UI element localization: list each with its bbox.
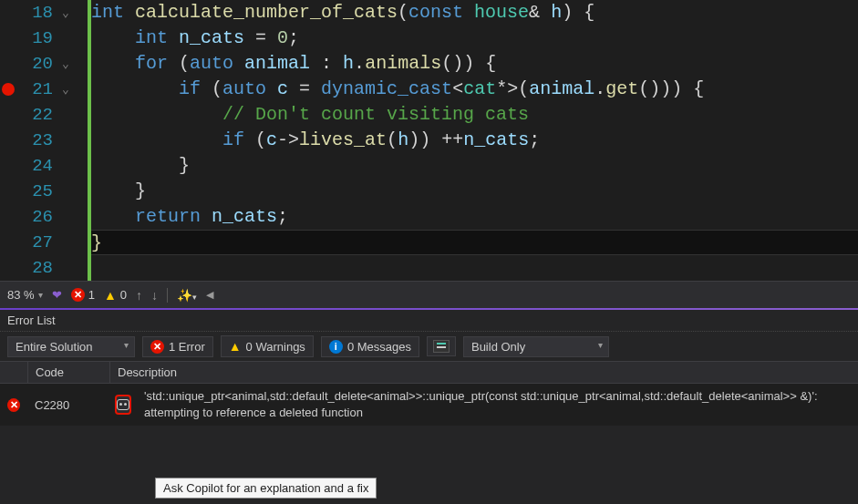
editor-statusbar: 83 % ▾ ❤ ✕ 1 ▲ 0 ↑ ↓ ✨▾ ◀ (0, 281, 858, 308)
code-line[interactable] (91, 255, 858, 281)
warnings-filter-button[interactable]: ▲ 0 Warnings (221, 335, 314, 357)
line-number: 25 (16, 179, 53, 204)
zoom-value: 83 % (7, 288, 35, 302)
line-number-gutter: 1819202122232425262728 (16, 0, 62, 281)
code-editor[interactable]: 1819202122232425262728 ⌄⌄⌄ int calculate… (0, 0, 858, 281)
warning-icon: ▲ (229, 339, 242, 354)
line-number: 28 (16, 255, 53, 281)
nav-up-icon[interactable]: ↑ (136, 288, 142, 303)
fold-toggle-icon[interactable]: ⌄ (62, 77, 88, 102)
line-number: 27 (16, 230, 53, 255)
line-number: 22 (16, 102, 53, 128)
line-number: 18 (16, 0, 53, 26)
code-line[interactable]: return n_cats; (91, 204, 858, 230)
panel-title: Error List (0, 310, 858, 332)
fold-spacer (62, 255, 88, 281)
fold-spacer (62, 179, 88, 204)
nav-down-icon[interactable]: ↓ (151, 288, 158, 303)
code-line[interactable]: for (auto animal : h.animals()) { (91, 51, 858, 77)
code-line[interactable]: } (91, 153, 858, 179)
fold-spacer (62, 26, 88, 51)
health-icon[interactable]: ❤ (52, 288, 62, 302)
error-row[interactable]: ✕ C2280 'std::unique_ptr<animal,std::def… (0, 384, 858, 426)
options-icon (433, 340, 450, 353)
fold-spacer (62, 153, 88, 179)
separator (167, 288, 168, 303)
error-icon: ✕ (71, 288, 85, 302)
zoom-level[interactable]: 83 % ▾ (7, 288, 43, 302)
code-line[interactable]: } (91, 179, 858, 204)
options-button[interactable] (427, 336, 456, 356)
wand-icon[interactable]: ✨▾ (177, 288, 197, 303)
warning-icon: ▲ (104, 288, 117, 303)
line-number: 24 (16, 153, 53, 179)
messages-filter-button[interactable]: i 0 Messages (321, 336, 419, 357)
fold-spacer (62, 102, 88, 128)
chevron-down-icon: ▾ (38, 290, 43, 300)
fold-column: ⌄⌄⌄ (62, 0, 88, 281)
fold-toggle-icon[interactable]: ⌄ (62, 51, 88, 77)
fold-spacer (62, 204, 88, 230)
code-line[interactable]: // Don't count visiting cats (91, 102, 858, 128)
error-count[interactable]: ✕ 1 (71, 288, 95, 302)
errors-filter-button[interactable]: ✕ 1 Error (142, 336, 213, 357)
code-line[interactable]: int n_cats = 0; (91, 26, 858, 51)
error-description: 'std::unique_ptr<animal,std::default_del… (137, 385, 858, 425)
line-number: 19 (16, 26, 53, 51)
error-list-toolbar: Entire Solution ✕ 1 Error ▲ 0 Warnings i… (0, 332, 858, 362)
error-list-panel: Error List Entire Solution ✕ 1 Error ▲ 0… (0, 310, 858, 504)
error-code: C2280 (27, 395, 109, 416)
line-number: 20 (16, 51, 53, 77)
col-code[interactable]: Code (27, 362, 109, 383)
code-line[interactable]: if (auto c = dynamic_cast<cat*>(animal.g… (91, 77, 858, 102)
code-area[interactable]: int calculate_number_of_cats(const house… (91, 0, 858, 281)
build-filter-dropdown[interactable]: Build Only (463, 336, 609, 357)
nav-left-icon[interactable]: ◀ (206, 289, 213, 301)
line-number: 21 (16, 77, 53, 102)
error-table-header: Code Description (0, 362, 858, 384)
fold-spacer (62, 128, 88, 153)
ask-copilot-button[interactable] (115, 395, 131, 415)
code-line[interactable]: if (c->lives_at(h)) ++n_cats; (91, 128, 858, 153)
line-number: 23 (16, 128, 53, 153)
copilot-icon (117, 399, 129, 410)
warning-count[interactable]: ▲ 0 (104, 288, 127, 303)
fold-spacer (62, 230, 88, 255)
code-line[interactable]: } (91, 230, 858, 255)
line-number: 26 (16, 204, 53, 230)
col-description[interactable]: Description (109, 362, 858, 383)
scope-dropdown[interactable]: Entire Solution (7, 336, 135, 357)
info-icon: i (329, 340, 343, 354)
error-icon: ✕ (7, 398, 20, 412)
copilot-tooltip: Ask Copilot for an explanation and a fix (155, 478, 377, 499)
breakpoint-icon[interactable] (2, 83, 15, 96)
code-line[interactable]: int calculate_number_of_cats(const house… (91, 0, 858, 26)
error-icon: ✕ (150, 340, 164, 354)
fold-toggle-icon[interactable]: ⌄ (62, 0, 88, 26)
col-icon[interactable] (0, 362, 27, 383)
